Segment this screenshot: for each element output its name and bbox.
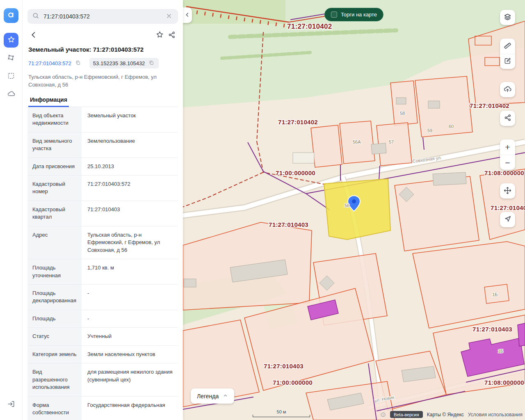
- star-icon: [7, 35, 16, 45]
- rail-logout-button[interactable]: [4, 397, 18, 412]
- row-label: Площадь уточненная: [27, 259, 82, 284]
- app-root: Земельный участок: 71:27:010403:572 71:2…: [0, 0, 525, 420]
- cadastral-number-link[interactable]: 71:27:010403:572: [28, 60, 71, 66]
- map-copyright[interactable]: Карты © Яндекс: [427, 412, 464, 418]
- auction-checkbox[interactable]: [331, 11, 337, 18]
- zoom-in-button[interactable]: +: [500, 139, 515, 155]
- tool-upload-group: [500, 82, 515, 97]
- pan-mode-button[interactable]: [500, 183, 515, 199]
- collapse-sidebar-button[interactable]: [183, 7, 192, 23]
- share-icon: [168, 31, 176, 40]
- map-area[interactable]: Совхозная ул. ул. Новик 58 59 60 56А 57 …: [183, 0, 525, 420]
- info-icon[interactable]: [380, 412, 386, 418]
- svg-text:56: 56: [345, 203, 349, 208]
- terms-link[interactable]: Условия использования: [468, 412, 523, 418]
- clear-search-button[interactable]: [164, 12, 173, 21]
- rail-draw-polygon-button[interactable]: [4, 51, 18, 66]
- upload-button[interactable]: [500, 82, 515, 97]
- map-canvas[interactable]: Совхозная ул. ул. Новик 58 59 60 56А 57 …: [183, 0, 525, 420]
- search-icon: [32, 12, 39, 21]
- row-value: Государственная федеральная: [82, 397, 178, 420]
- star-outline-icon: [155, 30, 164, 40]
- layers-icon: [503, 13, 512, 23]
- svg-text:71:27:010403: 71:27:010403: [264, 363, 304, 370]
- auction-map-toggle[interactable]: Торги на карте: [324, 8, 383, 21]
- scale-bar: 50 м: [253, 409, 310, 417]
- table-row: Форма собственностиГосударственная федер…: [27, 397, 178, 420]
- copy-cadastral-button[interactable]: [74, 59, 82, 67]
- table-row: Дата присвоения25.10.2013: [27, 158, 178, 176]
- chevron-up-icon: [223, 393, 228, 399]
- tool-layers-group: [500, 10, 515, 25]
- row-value: 71:27:010403:572: [82, 176, 178, 201]
- copy-coordinates-button[interactable]: [148, 59, 155, 67]
- tab-information[interactable]: Информация: [28, 93, 69, 107]
- svg-text:1Б: 1Б: [498, 349, 503, 354]
- row-label: Площадь декларированная: [27, 285, 82, 310]
- rail-select-area-button[interactable]: [4, 69, 18, 84]
- table-row: Кадастровый номер71:27:010403:572: [27, 176, 178, 201]
- table-row: Вид объекта недвижимостиЗемельный участо…: [27, 107, 178, 132]
- table-row: Площадь-: [27, 310, 178, 328]
- object-address: Тульская область, р-н Ефремовский, г Ефр…: [28, 73, 177, 89]
- navigation-arrow-icon: [504, 215, 512, 224]
- row-label: Вид разрешенного использования: [27, 363, 82, 396]
- rail-cloud-button[interactable]: [4, 87, 18, 102]
- plus-icon: +: [505, 143, 510, 151]
- svg-text:71:27:010403: 71:27:010403: [472, 326, 512, 333]
- info-table: Вид объекта недвижимостиЗемельный участо…: [27, 107, 178, 420]
- tool-zoom-group: + −: [500, 139, 515, 170]
- object-header: [27, 29, 178, 41]
- favorite-button[interactable]: [153, 29, 166, 41]
- tabs-bar: Информация: [27, 93, 178, 107]
- search-input[interactable]: [43, 13, 161, 20]
- svg-text:57: 57: [389, 139, 394, 144]
- row-value: Учтенный: [82, 328, 178, 345]
- svg-text:71:27:010402: 71:27:010402: [287, 23, 332, 30]
- scale-label: 50 м: [253, 409, 310, 414]
- polygon-icon: [7, 54, 15, 63]
- tool-locate-group: [500, 212, 515, 227]
- dashed-square-icon: [7, 72, 15, 81]
- edit-drawing-button[interactable]: [500, 54, 515, 69]
- chevron-left-icon: [184, 11, 191, 19]
- measure-button[interactable]: [500, 39, 515, 54]
- share-button[interactable]: [166, 29, 178, 41]
- share-icon: [504, 114, 512, 123]
- logout-icon: [7, 400, 15, 409]
- app-logo[interactable]: [4, 8, 18, 23]
- row-value: для размещения нежилого здания (сувенирн…: [82, 363, 178, 396]
- chips-row: 71:27:010403:572 53.152235 38.105432: [27, 58, 178, 68]
- beta-badge: Beta-версия: [390, 411, 423, 418]
- copy-icon: [75, 60, 81, 67]
- tool-measure-group: [500, 39, 515, 69]
- map-layers-button[interactable]: [500, 10, 515, 25]
- locate-button[interactable]: [500, 212, 515, 227]
- row-value: -: [82, 285, 178, 310]
- cadastral-number-chip: 71:27:010403:572: [27, 58, 85, 68]
- tool-share-group: [500, 111, 515, 126]
- zoom-out-button[interactable]: −: [500, 155, 515, 170]
- svg-text:1Б: 1Б: [492, 292, 498, 297]
- sidebar-panel: Земельный участок: 71:27:010403:572 71:2…: [23, 0, 183, 420]
- back-button[interactable]: [27, 29, 40, 41]
- row-label: Кадастровый квартал: [27, 201, 82, 226]
- table-row: Вид разрешенного использованиядля размещ…: [27, 363, 178, 396]
- row-label: Дата присвоения: [27, 158, 82, 175]
- close-icon: [166, 13, 172, 21]
- search-bar: [27, 9, 178, 24]
- rail-favorites-button[interactable]: [4, 33, 18, 48]
- map-share-button[interactable]: [500, 111, 515, 126]
- table-row: Площадь декларированная-: [27, 285, 178, 310]
- legend-button[interactable]: Легенда: [191, 388, 234, 404]
- svg-text:58: 58: [400, 111, 405, 116]
- selected-parcel[interactable]: [324, 179, 390, 240]
- row-value: 25.10.2013: [82, 158, 178, 175]
- row-label: Площадь: [27, 310, 82, 327]
- auction-toggle-label: Торги на карте: [341, 11, 377, 18]
- row-label: Форма собственности: [27, 397, 82, 420]
- cloud-upload-icon: [503, 85, 512, 95]
- row-value: 1,710 кв. м: [82, 259, 178, 284]
- svg-text:71:27:010403: 71:27:010403: [491, 204, 525, 211]
- pencil-square-icon: [503, 57, 512, 66]
